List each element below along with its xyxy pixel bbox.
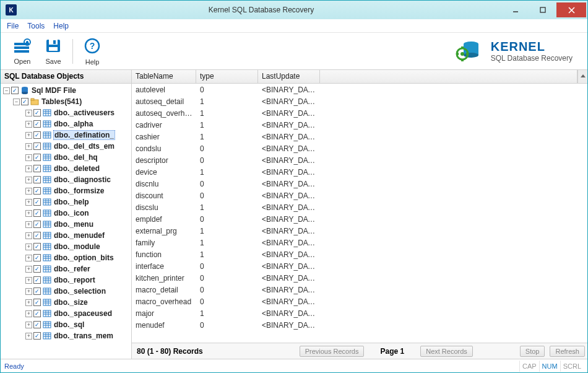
tree-table-item[interactable]: +✓dbo._menudef bbox=[3, 230, 131, 241]
table-row[interactable]: autolevel0<BINARY_DAT... bbox=[132, 84, 587, 95]
column-header-type[interactable]: type bbox=[196, 70, 258, 83]
previous-records-button[interactable]: Previous Records bbox=[300, 346, 365, 357]
scrollbar-up-icon[interactable] bbox=[577, 70, 587, 83]
expand-icon[interactable]: + bbox=[25, 188, 32, 195]
table-row[interactable]: condslu0<BINARY_DAT... bbox=[132, 143, 587, 154]
checkbox-icon[interactable]: ✓ bbox=[33, 131, 41, 139]
checkbox-icon[interactable]: ✓ bbox=[33, 243, 41, 250]
tree-table-item[interactable]: +✓dbo._refer bbox=[3, 263, 131, 274]
tree-table-item[interactable]: +✓dbo._size bbox=[3, 297, 131, 308]
tree-table-item[interactable]: +✓dbo._activeusers bbox=[3, 107, 131, 118]
checkbox-icon[interactable]: ✓ bbox=[33, 143, 41, 150]
stop-button[interactable]: Stop bbox=[520, 346, 545, 357]
expand-icon[interactable]: + bbox=[25, 310, 32, 317]
checkbox-icon[interactable]: ✓ bbox=[33, 287, 41, 295]
next-records-button[interactable]: Next Records bbox=[420, 346, 473, 357]
expand-icon[interactable]: + bbox=[25, 277, 32, 284]
tree-table-item[interactable]: +✓dbo._sql bbox=[3, 319, 131, 330]
checkbox-icon[interactable]: ✓ bbox=[33, 154, 41, 161]
minimize-button[interactable] bbox=[502, 2, 529, 17]
tree-table-item[interactable]: +✓dbo._icon bbox=[3, 208, 131, 219]
tree-table-item[interactable]: +✓dbo._help bbox=[3, 196, 131, 208]
expand-icon[interactable]: + bbox=[25, 333, 32, 340]
tree-table-item[interactable]: +✓dbo._trans_mem bbox=[3, 330, 131, 341]
table-row[interactable]: cashier1<BINARY_DAT... bbox=[132, 131, 587, 143]
table-row[interactable]: discount0<BINARY_DAT... bbox=[132, 190, 587, 201]
expand-icon[interactable]: + bbox=[25, 199, 32, 206]
table-row[interactable]: empldef0<BINARY_DAT... bbox=[132, 213, 587, 225]
tree-table-item[interactable]: +✓dbo._module bbox=[3, 241, 131, 252]
expand-icon[interactable]: + bbox=[25, 132, 32, 139]
table-row[interactable]: external_prg1<BINARY_DAT... bbox=[132, 225, 587, 237]
checkbox-icon[interactable]: ✓ bbox=[33, 165, 41, 172]
table-row[interactable]: family1<BINARY_DAT... bbox=[132, 237, 587, 248]
collapse-icon[interactable]: − bbox=[3, 87, 10, 94]
maximize-button[interactable] bbox=[529, 2, 556, 17]
table-row[interactable]: kitchen_printer0<BINARY_DAT... bbox=[132, 272, 587, 284]
checkbox-icon[interactable]: ✓ bbox=[33, 221, 41, 228]
checkbox-icon[interactable]: ✓ bbox=[33, 321, 41, 328]
table-row[interactable]: descriptor0<BINARY_DAT... bbox=[132, 154, 587, 166]
tree-table-item[interactable]: +✓dbo._option_bits bbox=[3, 252, 131, 263]
object-tree[interactable]: −✓Sql MDF File−✓Tables(541)+✓dbo._active… bbox=[1, 84, 131, 359]
table-row[interactable]: macro_overhead0<BINARY_DAT... bbox=[132, 296, 587, 307]
checkbox-icon[interactable]: ✓ bbox=[33, 187, 41, 195]
table-row[interactable]: discslu1<BINARY_DAT... bbox=[132, 201, 587, 213]
tree-table-item[interactable]: +✓dbo._del_hq bbox=[3, 152, 131, 163]
tree-table-item[interactable]: +✓dbo._report bbox=[3, 274, 131, 286]
tree-table-item[interactable]: +✓dbo._formsize bbox=[3, 185, 131, 196]
grid-body[interactable]: autolevel0<BINARY_DAT...autoseq_detail1<… bbox=[132, 84, 587, 343]
table-row[interactable]: autoseq_overhe...1<BINARY_DAT... bbox=[132, 107, 587, 119]
checkbox-icon[interactable]: ✓ bbox=[33, 198, 41, 206]
expand-icon[interactable]: + bbox=[25, 322, 32, 328]
tree-table-item[interactable]: +✓dbo._selection bbox=[3, 286, 131, 297]
expand-icon[interactable]: + bbox=[25, 232, 32, 239]
expand-icon[interactable]: + bbox=[25, 177, 32, 183]
expand-icon[interactable]: + bbox=[25, 143, 32, 150]
table-row[interactable]: autoseq_detail1<BINARY_DAT... bbox=[132, 95, 587, 107]
table-row[interactable]: function1<BINARY_DAT... bbox=[132, 248, 587, 260]
column-header-tablename[interactable]: TableName bbox=[132, 70, 196, 83]
checkbox-icon[interactable]: ✓ bbox=[33, 254, 41, 261]
table-row[interactable]: interface0<BINARY_DAT... bbox=[132, 260, 587, 272]
tree-table-item[interactable]: +✓dbo._deleted bbox=[3, 163, 131, 174]
tree-table-item[interactable]: +✓dbo._alpha bbox=[3, 118, 131, 129]
table-row[interactable]: discnlu0<BINARY_DAT... bbox=[132, 178, 587, 190]
table-row[interactable]: menudef0<BINARY_DAT... bbox=[132, 319, 587, 331]
menu-file[interactable]: File bbox=[7, 22, 19, 30]
expand-icon[interactable]: + bbox=[25, 266, 32, 273]
menu-tools[interactable]: Tools bbox=[27, 22, 45, 30]
table-row[interactable]: macro_detail0<BINARY_DAT... bbox=[132, 284, 587, 296]
save-button[interactable]: Save bbox=[38, 34, 69, 69]
tree-table-item[interactable]: +✓dbo._del_dts_em bbox=[3, 141, 131, 152]
tree-table-item[interactable]: +✓dbo._menu bbox=[3, 219, 131, 230]
expand-icon[interactable]: + bbox=[25, 221, 32, 228]
checkbox-icon[interactable]: ✓ bbox=[33, 310, 41, 317]
expand-icon[interactable]: + bbox=[25, 210, 32, 217]
expand-icon[interactable]: + bbox=[25, 121, 32, 128]
checkbox-icon[interactable]: ✓ bbox=[33, 276, 41, 284]
expand-icon[interactable]: + bbox=[25, 299, 32, 306]
checkbox-icon[interactable]: ✓ bbox=[33, 299, 41, 306]
tree-root[interactable]: −✓Sql MDF File bbox=[3, 85, 131, 96]
checkbox-icon[interactable]: ✓ bbox=[21, 98, 28, 105]
checkbox-icon[interactable]: ✓ bbox=[33, 120, 41, 128]
column-header-lastupdate[interactable]: LastUpdate bbox=[258, 70, 320, 83]
table-row[interactable]: cadriver1<BINARY_DAT... bbox=[132, 119, 587, 131]
checkbox-icon[interactable]: ✓ bbox=[11, 87, 19, 94]
checkbox-icon[interactable]: ✓ bbox=[33, 209, 41, 217]
tree-table-item[interactable]: +✓dbo._defination_ bbox=[3, 129, 131, 141]
collapse-icon[interactable]: − bbox=[13, 99, 20, 105]
open-button[interactable]: Open bbox=[7, 34, 38, 69]
checkbox-icon[interactable]: ✓ bbox=[33, 232, 41, 239]
expand-icon[interactable]: + bbox=[25, 288, 32, 295]
expand-icon[interactable]: + bbox=[25, 255, 32, 261]
expand-icon[interactable]: + bbox=[25, 110, 32, 116]
expand-icon[interactable]: + bbox=[25, 244, 32, 250]
checkbox-icon[interactable]: ✓ bbox=[33, 176, 41, 183]
menu-help[interactable]: Help bbox=[53, 22, 69, 30]
refresh-button[interactable]: Refresh bbox=[550, 346, 585, 357]
close-button[interactable] bbox=[556, 2, 586, 17]
expand-icon[interactable]: + bbox=[25, 165, 32, 172]
table-row[interactable]: device1<BINARY_DAT... bbox=[132, 166, 587, 178]
